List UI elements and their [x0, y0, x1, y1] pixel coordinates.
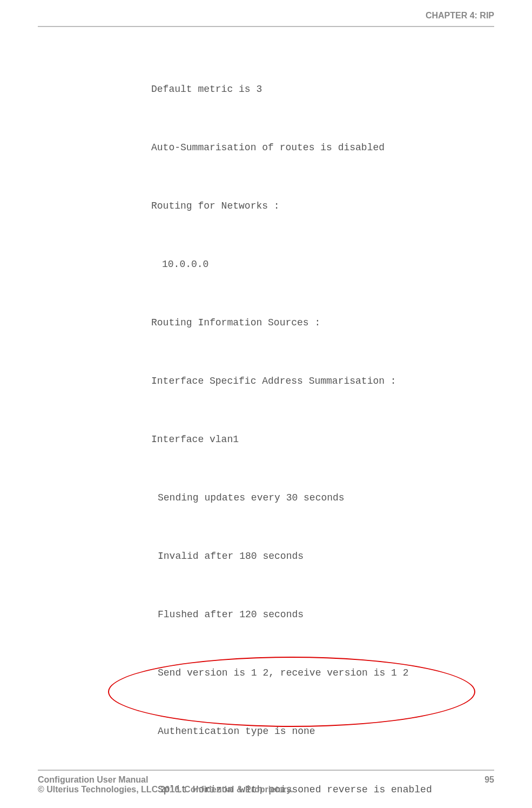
output-line: Invalid after 180 seconds [151, 546, 494, 566]
footer-row: Configuration User Manual © Ulterius Tec… [38, 775, 494, 794]
page-content: Default metric is 3 Auto-Summarisation o… [0, 41, 532, 808]
page-header: CHAPTER 4: RIP [0, 0, 532, 27]
header-rule [38, 26, 494, 27]
output-line: Auto-Summarisation of routes is disabled [151, 138, 494, 157]
footer-manual-title: Configuration User Manual [38, 775, 293, 785]
output-line: Authentication type is none [151, 722, 494, 741]
output-line: Send version is 1 2, receive version is … [151, 663, 494, 683]
chapter-title: CHAPTER 4: RIP [38, 11, 494, 26]
output-line: 10.0.0.0 [151, 255, 494, 274]
output-line: Interface Specific Address Summarisation… [151, 371, 494, 391]
footer-copyright: © Ulterius Technologies, LLC 2016. Confi… [38, 785, 293, 794]
code-output-block-1: Default metric is 3 Auto-Summarisation o… [151, 41, 494, 808]
footer-left: Configuration User Manual © Ulterius Tec… [38, 775, 293, 794]
output-line: Interface vlan1 [151, 430, 494, 449]
footer-rule [38, 770, 494, 771]
output-line: Sending updates every 30 seconds [151, 488, 494, 507]
output-line: Routing Information Sources : [151, 313, 494, 332]
output-line: Routing for Networks : [151, 196, 494, 216]
footer-page-number: 95 [484, 775, 494, 794]
output-line: Default metric is 3 [151, 79, 494, 99]
page-footer: Configuration User Manual © Ulterius Tec… [38, 770, 494, 794]
output-line: Flushed after 120 seconds [151, 605, 494, 624]
